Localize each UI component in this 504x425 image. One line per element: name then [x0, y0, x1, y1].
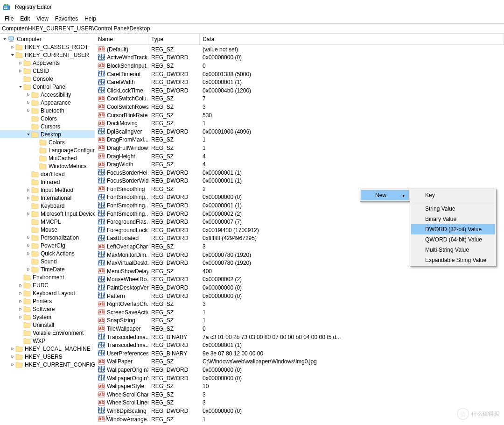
- chevron-right-icon[interactable]: [26, 92, 31, 98]
- menu-help[interactable]: Help: [82, 14, 99, 23]
- list-row[interactable]: FocusBorderHei...REG_DWORD0x00000001 (1): [95, 169, 504, 177]
- list-row[interactable]: WallpaperOriginYREG_DWORD0x00000000 (0): [95, 374, 504, 382]
- tree-panel[interactable]: ComputerHKEY_CLASSES_ROOTHKEY_CURRENT_US…: [0, 34, 95, 425]
- tree-item[interactable]: Colors: [0, 114, 95, 122]
- chevron-right-icon[interactable]: [26, 267, 31, 272]
- list-row[interactable]: MouseWheelRo...REG_DWORD0x00000002 (2): [95, 276, 504, 284]
- tree-item[interactable]: Quick Actions: [0, 249, 95, 257]
- ctx-item-dword[interactable]: DWORD (32-bit) Value: [411, 224, 495, 234]
- chevron-right-icon[interactable]: [10, 362, 15, 368]
- list-row[interactable]: TranscodedIma...REG_BINARY7a c3 01 00 2b…: [95, 333, 504, 341]
- tree-item[interactable]: System: [0, 313, 95, 321]
- tree-item[interactable]: CLSID: [0, 67, 95, 75]
- list-row[interactable]: FocusBorderWid...REG_DWORD0x00000001 (1): [95, 177, 504, 185]
- tree-item[interactable]: Mouse: [0, 226, 95, 234]
- tree-item[interactable]: don't load: [0, 170, 95, 178]
- address-bar[interactable]: Computer\HKEY_CURRENT_USER\Control Panel…: [0, 23, 504, 34]
- tree-item[interactable]: Bluetooth: [0, 106, 95, 114]
- list-row[interactable]: (Default)REG_SZ(value not set): [95, 45, 504, 54]
- list-row[interactable]: ScreenSaveActiveREG_SZ1: [95, 308, 504, 317]
- list-row[interactable]: DragHeightREG_SZ4: [95, 152, 504, 161]
- chevron-right-icon[interactable]: [26, 211, 31, 217]
- tree-item[interactable]: Environment: [0, 273, 95, 281]
- list-row[interactable]: ActiveWndTrack...REG_DWORD0x00000000 (0): [95, 54, 504, 62]
- ctx-item-new[interactable]: New ▸: [361, 190, 409, 200]
- list-row[interactable]: RightOverlapCh...REG_SZ3: [95, 300, 504, 308]
- list-row[interactable]: PatternREG_DWORD0x00000000 (0): [95, 292, 504, 300]
- tree-item[interactable]: Uninstall: [0, 321, 95, 329]
- list-row[interactable]: Win8DpiScalingREG_DWORD0x00000000 (0): [95, 407, 504, 415]
- list-row[interactable]: DragFullWindowsREG_SZ1: [95, 144, 504, 152]
- list-row[interactable]: DragFromMaxi...REG_SZ1: [95, 136, 504, 144]
- chevron-right-icon[interactable]: [18, 314, 23, 320]
- list-row[interactable]: MenuShowDelayREG_SZ400: [95, 267, 504, 276]
- chevron-right-icon[interactable]: [10, 346, 15, 352]
- chevron-right-icon[interactable]: [10, 44, 15, 50]
- chevron-right-icon[interactable]: [18, 68, 23, 74]
- list-row[interactable]: PaintDesktopVer...REG_DWORD0x00000000 (0…: [95, 283, 504, 292]
- ctx-item-key[interactable]: Key: [411, 190, 495, 200]
- list-row[interactable]: CursorBlinkRateREG_SZ530: [95, 111, 504, 120]
- list-row[interactable]: DockMovingREG_SZ1: [95, 119, 504, 128]
- list-row[interactable]: CoolSwitchColu...REG_SZ7: [95, 95, 504, 103]
- menu-view[interactable]: View: [34, 14, 51, 23]
- tree-item[interactable]: Colors: [0, 138, 95, 146]
- list-row[interactable]: WheelScrollCharsREG_SZ3: [95, 390, 504, 399]
- tree-item[interactable]: Control Panel: [0, 83, 95, 91]
- list-row[interactable]: TranscodedIma...REG_DWORD0x00000001 (1): [95, 341, 504, 349]
- tree-item[interactable]: Desktop: [0, 130, 95, 138]
- tree-item[interactable]: International: [0, 194, 95, 202]
- ctx-item-expand[interactable]: Expandable String Value: [411, 255, 495, 265]
- list-row[interactable]: DragWidthREG_SZ4: [95, 160, 504, 169]
- chevron-right-icon[interactable]: [26, 195, 31, 201]
- tree-item[interactable]: Personalization: [0, 234, 95, 241]
- tree-item[interactable]: Input Method: [0, 186, 95, 194]
- tree-item[interactable]: Cursors: [0, 122, 95, 130]
- chevron-down-icon[interactable]: [10, 52, 15, 58]
- tree-item[interactable]: Accessibility: [0, 91, 95, 99]
- chevron-right-icon[interactable]: [18, 283, 23, 288]
- tree-item[interactable]: HKEY_USERS: [0, 353, 95, 361]
- col-type[interactable]: Type: [148, 34, 200, 44]
- list-row[interactable]: WheelScrollLinesREG_SZ3: [95, 399, 504, 407]
- context-submenu-new[interactable]: Key String Value Binary Value DWORD (32-…: [410, 189, 497, 267]
- tree-item[interactable]: HKEY_CURRENT_USER: [0, 51, 95, 59]
- col-data[interactable]: Data: [200, 34, 504, 44]
- list-row[interactable]: SnapSizingREG_SZ1: [95, 317, 504, 325]
- tree-item[interactable]: Printers: [0, 297, 95, 305]
- tree-item[interactable]: Sound: [0, 257, 95, 265]
- chevron-right-icon[interactable]: [26, 100, 31, 106]
- tree-item[interactable]: Microsoft Input Devices: [0, 210, 95, 218]
- tree-item[interactable]: PowerCfg: [0, 241, 95, 249]
- chevron-right-icon[interactable]: [26, 243, 31, 248]
- chevron-down-icon[interactable]: [2, 36, 7, 42]
- tree-item[interactable]: HKEY_CLASSES_ROOT: [0, 43, 95, 51]
- context-menu-new[interactable]: New ▸: [360, 189, 410, 202]
- menu-favorites[interactable]: Favorites: [52, 14, 81, 23]
- chevron-right-icon[interactable]: [10, 354, 15, 360]
- chevron-right-icon[interactable]: [18, 298, 23, 304]
- tree-item[interactable]: EUDC: [0, 281, 95, 289]
- list-row[interactable]: CaretWidthREG_DWORD0x00000001 (1): [95, 78, 504, 86]
- chevron-right-icon[interactable]: [26, 235, 31, 241]
- tree-item[interactable]: WindowMetrics: [0, 162, 95, 170]
- chevron-right-icon[interactable]: [26, 108, 31, 113]
- menu-file[interactable]: File: [2, 14, 16, 23]
- tree-item[interactable]: HKEY_CURRENT_CONFIG: [0, 361, 95, 368]
- list-row[interactable]: TileWallpaperREG_SZ0: [95, 325, 504, 333]
- list-row[interactable]: WallpaperOriginXREG_DWORD0x00000000 (0): [95, 366, 504, 374]
- chevron-right-icon[interactable]: [18, 306, 23, 312]
- chevron-right-icon[interactable]: [26, 251, 31, 256]
- list-row[interactable]: UserPreferences...REG_BINARY9e 3e 07 80 …: [95, 349, 504, 358]
- chevron-right-icon[interactable]: [18, 60, 23, 66]
- tree-item[interactable]: MMCPL: [0, 218, 95, 226]
- ctx-item-binary[interactable]: Binary Value: [411, 214, 495, 224]
- ctx-item-string[interactable]: String Value: [411, 204, 495, 214]
- tree-item[interactable]: LanguageConfigurat: [0, 146, 95, 154]
- tree-item[interactable]: Appearance: [0, 99, 95, 106]
- tree-item[interactable]: AppEvents: [0, 59, 95, 67]
- col-name[interactable]: Name: [95, 34, 148, 44]
- tree-item[interactable]: Console: [0, 75, 95, 83]
- list-row[interactable]: DpiScalingVerREG_DWORD0x00001000 (4096): [95, 128, 504, 136]
- menu-edit[interactable]: Edit: [17, 14, 33, 23]
